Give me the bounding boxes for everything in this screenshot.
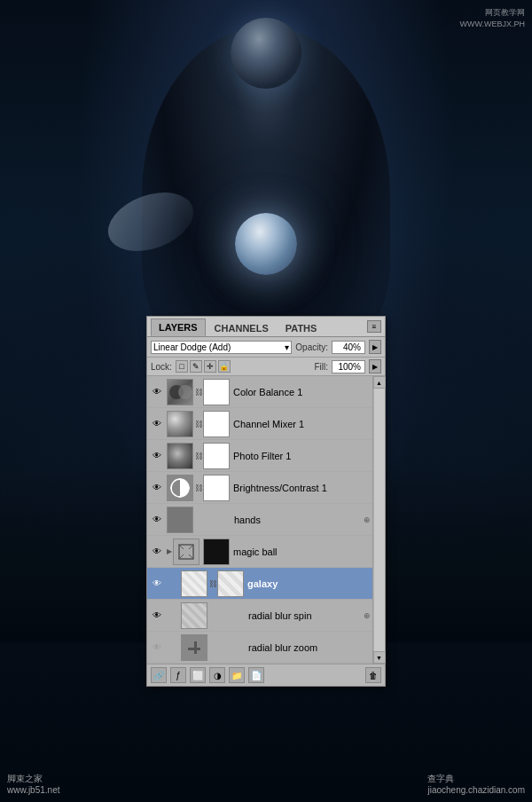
- link-layers-button[interactable]: 🔗: [151, 667, 167, 683]
- fx-radial-spin: ⊕: [364, 611, 371, 620]
- layer-name-brightness-contrast: Brightness/Contrast 1: [233, 483, 371, 493]
- layer-row-galaxy[interactable]: 👁 ⛓ galaxy: [147, 568, 372, 600]
- eye-icon-magic-ball: 👁: [153, 546, 161, 556]
- watermark-top-right: 网页教学网 WWW.WEBJX.PH: [460, 7, 526, 29]
- fill-arrow-button[interactable]: ▶: [369, 359, 381, 373]
- layer-row-channel-mixer[interactable]: 👁 ⛓ Channel Mixer 1: [147, 408, 372, 440]
- group-triangle-magic-ball[interactable]: ▶: [167, 547, 172, 555]
- visibility-color-balance[interactable]: 👁: [149, 384, 165, 400]
- add-adjustment-button[interactable]: ◑: [209, 667, 225, 683]
- new-layer-button[interactable]: 📄: [248, 667, 264, 683]
- watermark-bottom-right: 查字典 jiaocheng.chazidian.com: [427, 773, 525, 795]
- tab-layers[interactable]: LAYERS: [151, 318, 206, 336]
- add-style-button[interactable]: ƒ: [170, 667, 186, 683]
- visibility-photo-filter[interactable]: 👁: [149, 448, 165, 464]
- eye-icon-channel-mixer: 👁: [153, 419, 161, 429]
- layer-name-radial-blur-zoom: radial blur zoom: [248, 642, 371, 653]
- layer-row-radial-blur-spin[interactable]: 👁 radial blur spin ⊕: [147, 600, 372, 632]
- layers-panel: LAYERS CHANNELS PATHS ≡ Linear Dodge (Ad…: [146, 316, 386, 687]
- layer-row-color-balance[interactable]: 👁 ⛓ Color Balance 1: [147, 376, 372, 408]
- scroll-arrow-up[interactable]: ▲: [373, 376, 386, 389]
- watermark-bottom-left: 脚束之家 www.jb51.net: [7, 773, 59, 795]
- thumb2-brightness-contrast: [203, 475, 230, 501]
- link-photo-filter: ⛓: [195, 452, 203, 460]
- layer-row-brightness-contrast[interactable]: 👁 ⛓ Brightness/Contrast 1: [147, 472, 372, 504]
- link-galaxy: ⛓: [209, 579, 217, 588]
- layer-row-radial-blur-zoom[interactable]: 👁 radial blur zoom: [147, 632, 372, 664]
- thumb-brightness-contrast: [167, 475, 193, 501]
- eye-icon-photo-filter: 👁: [153, 451, 161, 460]
- eye-icon-galaxy: 👁: [153, 578, 161, 588]
- thumb2-magic-ball: [203, 539, 230, 565]
- visibility-brightness-contrast[interactable]: 👁: [149, 480, 165, 496]
- opacity-label: Opacity:: [295, 342, 328, 352]
- visibility-radial-blur-spin[interactable]: 👁: [149, 608, 165, 624]
- delete-layer-button[interactable]: 🗑: [365, 667, 381, 683]
- lock-transparent-button[interactable]: □: [176, 360, 188, 373]
- blend-mode-row: Linear Dodge (Add) ▾ Opacity: 40% ▶: [147, 337, 385, 358]
- tab-channels[interactable]: CHANNELS: [207, 319, 277, 336]
- opacity-arrow-button[interactable]: ▶: [369, 340, 381, 354]
- scroll-arrow-down[interactable]: ▼: [373, 651, 386, 664]
- layer-scrollbar[interactable]: ▲ ▼: [372, 376, 385, 664]
- thumb2-channel-mixer: [203, 411, 230, 437]
- blend-mode-arrow: ▾: [285, 342, 289, 352]
- thumb-channel-mixer: [167, 411, 193, 437]
- layer-name-magic-ball: magic ball: [233, 546, 371, 557]
- layer-name-photo-filter: Photo Filter 1: [233, 451, 371, 461]
- svg-point-1: [178, 385, 192, 399]
- thumb-radial-blur-spin: [181, 602, 207, 629]
- layer-row-magic-ball[interactable]: 👁 ▶ magic ball: [147, 536, 372, 568]
- scroll-track[interactable]: [374, 389, 385, 651]
- eye-icon-brightness-contrast: 👁: [153, 483, 161, 492]
- panel-menu-button[interactable]: ≡: [367, 320, 381, 333]
- lock-label: Lock:: [151, 362, 172, 372]
- eye-icon-hands: 👁: [153, 515, 161, 524]
- visibility-radial-blur-zoom[interactable]: 👁: [149, 640, 165, 656]
- lock-row: Lock: □ ✎ ✛ 🔒 Fill: 100% ▶: [147, 358, 385, 376]
- thumb-radial-blur-zoom: [181, 634, 207, 661]
- eye-icon-radial-blur-spin: 👁: [153, 610, 161, 620]
- lock-icons-group: □ ✎ ✛ 🔒: [176, 360, 231, 373]
- visibility-hands[interactable]: 👁: [149, 512, 165, 528]
- panel-bottom-bar: 🔗 ƒ ⬜ ◑ 📁 📄 🗑: [147, 664, 385, 686]
- lock-all-button[interactable]: 🔒: [218, 360, 231, 373]
- thumb-color-balance: [167, 379, 193, 405]
- blend-mode-select[interactable]: Linear Dodge (Add) ▾: [151, 341, 292, 354]
- layer-name-hands: hands: [234, 515, 360, 525]
- link-brightness-contrast: ⛓: [195, 484, 203, 492]
- add-mask-button[interactable]: ⬜: [190, 667, 206, 683]
- fill-input[interactable]: 100%: [332, 360, 365, 373]
- lock-position-button[interactable]: ✛: [204, 360, 216, 373]
- thumb-photo-filter: [167, 443, 193, 469]
- panel-tabs: LAYERS CHANNELS PATHS ≡: [147, 317, 385, 337]
- visibility-channel-mixer[interactable]: 👁: [149, 416, 165, 432]
- thumb-magic-ball-group: [173, 539, 200, 565]
- lock-image-button[interactable]: ✎: [190, 360, 202, 373]
- tab-paths[interactable]: PATHS: [278, 319, 325, 336]
- thumb2-color-balance: [203, 379, 230, 405]
- eye-icon-radial-blur-zoom: 👁: [153, 642, 161, 652]
- visibility-galaxy[interactable]: 👁: [149, 576, 165, 592]
- layer-name-galaxy: galaxy: [247, 578, 371, 589]
- visibility-magic-ball[interactable]: 👁: [149, 544, 165, 560]
- layer-name-color-balance: Color Balance 1: [233, 387, 371, 397]
- layer-list: 👁 ⛓ Color Balance 1 👁 ⛓ Channel Mixer 1: [147, 376, 372, 664]
- magic-ball-visual: [235, 213, 297, 275]
- layer-row-hands[interactable]: 👁 hands ⊕: [147, 504, 372, 536]
- thumb2-galaxy: [217, 570, 244, 597]
- link-color-balance: ⛓: [195, 388, 203, 397]
- new-group-button[interactable]: 📁: [229, 667, 245, 683]
- layer-name-channel-mixer: Channel Mixer 1: [233, 419, 371, 429]
- fx-hands: ⊕: [364, 515, 371, 524]
- layer-name-radial-blur-spin: radial blur spin: [248, 610, 360, 621]
- thumb-hands: [167, 507, 193, 533]
- thumb2-photo-filter: [203, 443, 230, 469]
- opacity-input[interactable]: 40%: [332, 341, 365, 354]
- eye-icon-color-balance: 👁: [153, 387, 161, 397]
- layer-list-container: 👁 ⛓ Color Balance 1 👁 ⛓ Channel Mixer 1: [147, 376, 385, 664]
- thumb-galaxy: [181, 570, 207, 597]
- svg-rect-13: [194, 641, 197, 654]
- fill-label: Fill:: [314, 362, 328, 372]
- layer-row-photo-filter[interactable]: 👁 ⛓ Photo Filter 1: [147, 440, 372, 472]
